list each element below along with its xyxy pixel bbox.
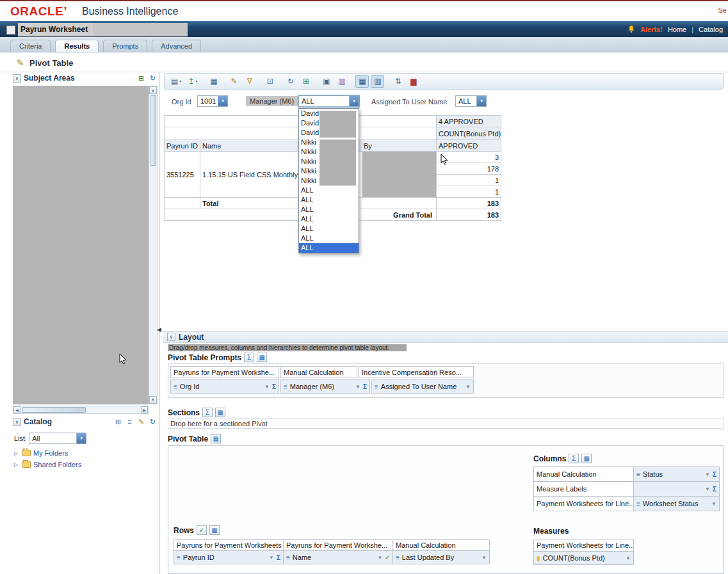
prompt-group-cell[interactable]: Incentive Compensation Reso... bbox=[359, 366, 474, 378]
prompt-group-cell[interactable]: Manual Calculation bbox=[280, 366, 357, 378]
catalog-list-select[interactable]: All ▼ bbox=[29, 433, 86, 444]
dropdown-arrow-icon[interactable]: ▼ bbox=[76, 433, 86, 443]
dropdown-caret-icon[interactable]: ▼ bbox=[195, 79, 198, 83]
column-group-cell[interactable]: Payment Worksheets for Line... bbox=[533, 496, 634, 511]
manager-select[interactable]: ALL ▼ bbox=[298, 95, 359, 107]
collapse-chevron-icon[interactable]: ∨ bbox=[167, 333, 175, 341]
column-header-name[interactable]: Name bbox=[200, 140, 300, 152]
collapse-chevron-icon[interactable]: ∨ bbox=[13, 418, 21, 426]
dropdown-option[interactable]: ALL bbox=[299, 205, 359, 214]
folder-label[interactable]: Shared Folders bbox=[33, 461, 81, 468]
sigma-icon[interactable]: Σ bbox=[277, 554, 280, 561]
dropdown-caret-icon[interactable]: ▼ bbox=[179, 79, 182, 83]
dropdown-option[interactable]: ALL bbox=[299, 186, 359, 195]
tab-criteria[interactable]: Criteria bbox=[10, 40, 51, 52]
green-check-icon[interactable]: ✓ bbox=[385, 554, 390, 561]
prompt-group-cell[interactable]: Payruns for Payment Workshe... bbox=[170, 366, 279, 378]
sigma-icon[interactable]: Σ bbox=[713, 471, 716, 478]
dropdown-option[interactable]: ALL bbox=[299, 243, 359, 253]
scrollbar-thumb[interactable] bbox=[150, 95, 156, 166]
measure-field-cell[interactable]: ▮ COUNT(Bonus Ptd) ▼ bbox=[533, 551, 634, 565]
folder-label[interactable]: My Folders bbox=[33, 449, 68, 457]
row-group-cell[interactable]: Payruns for Payment Workshe... bbox=[283, 539, 393, 551]
home-link[interactable]: Home bbox=[668, 26, 686, 33]
grid-properties-icon[interactable]: ▦ bbox=[211, 434, 221, 443]
pivot-view-toggle[interactable]: ▥ bbox=[371, 75, 384, 88]
selection-steps-button[interactable]: ⊡ bbox=[263, 75, 277, 88]
row-field-cell[interactable]: ≡ Last Updated By ▼ bbox=[392, 550, 490, 564]
bookmark-button[interactable]: ⊞ bbox=[299, 75, 312, 88]
org-id-select[interactable]: 1001 ▼ bbox=[197, 95, 228, 107]
filter-funnel-icon[interactable]: ▼ bbox=[481, 555, 487, 561]
dropdown-arrow-icon[interactable]: ▼ bbox=[218, 96, 227, 106]
filter-funnel-icon[interactable]: ▼ bbox=[465, 384, 471, 390]
subject-areas-hscrollbar[interactable]: ◀ ▶ bbox=[13, 406, 149, 414]
grid-properties-icon[interactable]: ▦ bbox=[209, 525, 220, 535]
catalog-list-icon[interactable]: ≡ bbox=[125, 417, 134, 427]
search-link-partial[interactable]: Se bbox=[718, 6, 727, 14]
sections-drop-target[interactable]: Drop here for a sectioned Pivot bbox=[168, 418, 724, 429]
sigma-icon[interactable]: Σ bbox=[272, 383, 276, 390]
print-button[interactable]: ▤ ▼ bbox=[169, 75, 184, 88]
column-group-cell[interactable]: Manual Calculation bbox=[533, 466, 634, 482]
row-group-cell[interactable]: Manual Calculation bbox=[392, 539, 490, 551]
filter-button[interactable]: ∇ bbox=[243, 75, 256, 88]
grid-properties-icon[interactable]: ▦ bbox=[215, 408, 225, 417]
green-check-icon[interactable]: ✓ bbox=[197, 525, 207, 535]
scroll-up-icon[interactable]: ▲ bbox=[149, 86, 157, 94]
formatting-button[interactable]: ✎ bbox=[227, 75, 241, 88]
filter-funnel-icon[interactable]: ▼ bbox=[269, 555, 274, 561]
grid-properties-icon[interactable]: ▦ bbox=[581, 454, 592, 463]
column-field-cell[interactable]: ≡ Worksheet Status ▼ bbox=[633, 496, 720, 511]
scroll-down-icon[interactable]: ▼ bbox=[149, 396, 157, 404]
filter-funnel-icon[interactable]: ▼ bbox=[355, 384, 360, 390]
properties-button[interactable]: ▣ bbox=[320, 75, 333, 88]
filter-funnel-icon[interactable]: ▼ bbox=[626, 555, 631, 561]
table-view-toggle[interactable]: ▦ bbox=[355, 75, 369, 88]
scroll-right-icon[interactable]: ▶ bbox=[141, 406, 148, 413]
chart-button[interactable]: ▆ bbox=[407, 75, 420, 88]
tab-advanced[interactable]: Advanced bbox=[152, 40, 201, 52]
refresh-subject-areas-icon[interactable]: ↻ bbox=[148, 74, 158, 83]
refresh-button[interactable]: ↻ bbox=[284, 75, 297, 88]
measure-group-cell[interactable]: Payment Worksheets for Line... bbox=[533, 539, 634, 552]
show-results-button[interactable]: ▦ bbox=[207, 75, 220, 88]
column-header-payrun-id[interactable]: Payrun ID bbox=[165, 140, 200, 152]
assigned-to-user-select[interactable]: ALL ▼ bbox=[455, 95, 487, 107]
column-field-cell[interactable]: ≡ Status ▼ Σ bbox=[633, 466, 720, 482]
dropdown-option[interactable]: ALL bbox=[299, 195, 359, 205]
export-button[interactable]: ↥ ▼ bbox=[186, 75, 200, 88]
sigma-icon[interactable]: Σ bbox=[202, 408, 213, 417]
scroll-left-icon[interactable]: ◀ bbox=[13, 406, 20, 413]
catalog-link[interactable]: Catalog bbox=[699, 26, 723, 33]
filter-funnel-icon[interactable]: ▼ bbox=[705, 472, 710, 477]
sort-button[interactable]: ⇅ bbox=[391, 75, 405, 88]
catalog-header[interactable]: ∨ Catalog ⊞ ≡ ✎ ↻ bbox=[13, 417, 158, 426]
dropdown-option[interactable]: ALL bbox=[299, 214, 359, 224]
subject-areas-vscrollbar[interactable]: ▲ ▼ bbox=[149, 86, 158, 404]
alerts-bell-icon[interactable] bbox=[627, 25, 635, 33]
dropdown-option[interactable]: ALL bbox=[299, 234, 359, 243]
filter-funnel-icon[interactable]: ▼ bbox=[378, 555, 383, 561]
expand-all-icon[interactable]: ⊞ bbox=[136, 74, 146, 83]
filter-funnel-icon[interactable]: ▼ bbox=[711, 501, 716, 507]
tree-expand-icon[interactable]: ▷ bbox=[14, 462, 20, 468]
folder-my-folders[interactable]: ▷ My Folders bbox=[14, 447, 81, 459]
grid-properties-icon[interactable]: ▦ bbox=[257, 353, 267, 362]
dropdown-arrow-icon[interactable]: ▼ bbox=[349, 96, 359, 106]
collapse-chevron-icon[interactable]: ∨ bbox=[13, 74, 21, 83]
filter-funnel-icon[interactable]: ▼ bbox=[705, 486, 710, 492]
sigma-icon[interactable]: Σ bbox=[569, 454, 579, 463]
freeze-columns-button[interactable]: ▥ bbox=[335, 75, 348, 88]
prompt-field-cell[interactable]: ≡ Manager (M6) ▼ Σ bbox=[280, 379, 370, 394]
sigma-icon[interactable]: Σ bbox=[363, 383, 367, 390]
scrollbar-thumb[interactable] bbox=[22, 407, 86, 413]
dropdown-arrow-icon[interactable]: ▼ bbox=[476, 96, 486, 106]
panel-collapse-icon[interactable]: ◀ bbox=[157, 326, 161, 333]
folder-shared-folders[interactable]: ▷ Shared Folders bbox=[14, 459, 81, 470]
layout-header[interactable]: ∨ Layout bbox=[163, 331, 728, 343]
column-group-cell[interactable]: Measure Labels bbox=[533, 481, 634, 497]
catalog-edit-icon[interactable]: ✎ bbox=[136, 417, 146, 427]
row-field-cell[interactable]: ≡ Payrun ID ▼ Σ bbox=[174, 550, 284, 564]
sigma-icon[interactable]: Σ bbox=[713, 486, 716, 493]
